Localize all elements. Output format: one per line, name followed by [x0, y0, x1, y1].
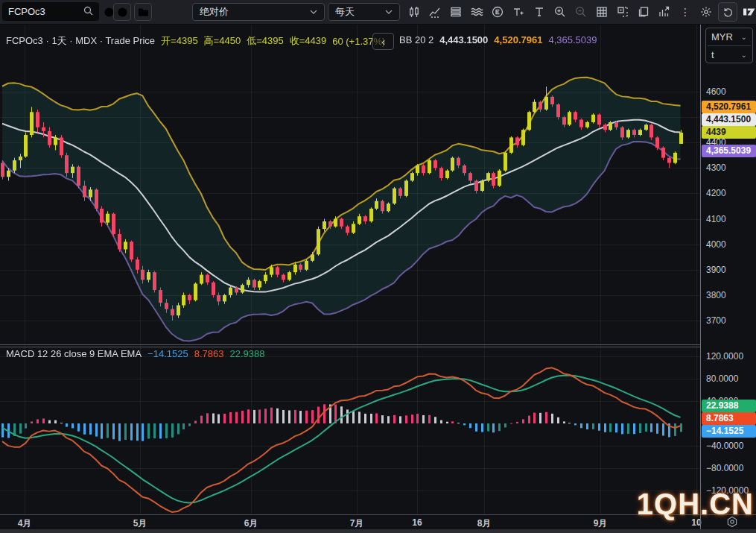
- macd-line-value: 8.7863: [194, 348, 224, 359]
- zoom-out-icon[interactable]: [571, 0, 591, 24]
- snapshot-icon[interactable]: [612, 0, 633, 24]
- copy-icon[interactable]: [633, 0, 654, 24]
- bb-basis-value: 4,443.1500: [439, 34, 488, 45]
- time-axis[interactable]: 4月5月6月7月168月9月10: [0, 514, 756, 529]
- time-tick: 6月: [244, 517, 258, 530]
- settings-icon[interactable]: [696, 0, 717, 24]
- search-icon: [83, 6, 93, 18]
- interval-value: 每天: [335, 5, 355, 19]
- interval-dropdown[interactable]: 每天: [328, 3, 400, 21]
- chevron-down-icon: ⌄: [741, 51, 747, 59]
- price-tick: 4100: [706, 213, 726, 225]
- layers-icon[interactable]: [445, 0, 466, 24]
- time-tick: 9月: [594, 517, 608, 530]
- bar-chart-icon[interactable]: [654, 0, 675, 24]
- macd-tick: 120.0000: [706, 350, 743, 362]
- price-tick: 3800: [706, 289, 726, 301]
- price-tick: 4000: [706, 239, 726, 250]
- legend-low: 低=4395: [247, 34, 284, 48]
- bottom-strip: [0, 529, 756, 533]
- price-tick: 4300: [706, 162, 726, 174]
- bb-upper-label: 4,520.7961: [702, 101, 756, 113]
- top-toolbar: FCPOc3 绝对价 每天: [0, 0, 756, 25]
- histogram-label: −14.1525: [702, 425, 756, 438]
- axis-border: [700, 514, 701, 529]
- price-axis[interactable]: MYR ⌄ t ⌄ 460045004400430042004100400039…: [700, 24, 756, 514]
- unit-dropdown[interactable]: t ⌄: [706, 46, 752, 63]
- currency-unit-selector: MYR ⌄ t ⌄: [705, 28, 753, 63]
- bb-legend-title[interactable]: BB 20 2: [399, 34, 433, 45]
- legend-symbol-title[interactable]: FCPOc3 · 1天 · MDX · Trade Price: [6, 34, 155, 48]
- toolbar-icon-row: ⋮: [404, 0, 756, 24]
- legend-open: 开=4395: [161, 34, 198, 48]
- bb-upper-value: 4,520.7961: [494, 34, 542, 45]
- legend-close: 收=4439: [290, 34, 327, 48]
- price-tick: 3900: [706, 264, 726, 276]
- text-tool-icon[interactable]: [529, 0, 550, 24]
- symbol-search[interactable]: FCPOc3: [2, 2, 99, 21]
- time-tick: 5月: [133, 517, 147, 530]
- macd-tick: −80.0000: [706, 462, 743, 474]
- legend-high: 高=4450: [204, 34, 241, 48]
- chart-line-icon[interactable]: [425, 0, 445, 24]
- macd-signal-value: 22.9388: [229, 348, 264, 359]
- more-options-icon[interactable]: ⋮: [675, 0, 696, 24]
- chevron-down-icon: ⌄: [741, 33, 747, 41]
- price-mode-value: 绝对价: [200, 5, 229, 19]
- signal-label: 22.9388: [702, 400, 756, 412]
- circled-e-icon[interactable]: [487, 0, 508, 24]
- zoom-in-icon[interactable]: [550, 0, 571, 24]
- currency-value: MYR: [711, 31, 733, 42]
- macd-hist-value: −14.1525: [147, 348, 188, 359]
- price-mode-dropdown[interactable]: 绝对价: [192, 3, 325, 21]
- macd-tick: 80.0000: [706, 373, 738, 385]
- trading-app: FCPOc3 绝对价 每天: [0, 0, 756, 533]
- last-price-label: 4439: [702, 126, 756, 139]
- grid-icon[interactable]: [591, 0, 612, 24]
- add-symbol-button[interactable]: [113, 3, 131, 21]
- measure-icon[interactable]: [508, 0, 529, 24]
- unit-value: t: [711, 49, 714, 60]
- candlestick-style-icon[interactable]: [404, 0, 425, 24]
- time-tick: 8月: [477, 517, 492, 530]
- price-tick: 4600: [706, 86, 726, 98]
- macd-tick: −40.0000: [706, 440, 743, 452]
- time-tick: 4月: [18, 517, 32, 530]
- undo-icon[interactable]: [718, 2, 737, 22]
- bb-legend: BB 20 2 4,443.1500 4,520.7961 4,365.5039: [399, 34, 597, 45]
- legend-collapse-button[interactable]: ‹: [372, 33, 394, 50]
- bb-lower-label: 4,365.5039: [702, 145, 756, 157]
- main-legend: FCPOc3 · 1天 · MDX · Trade Price 开=4395 高…: [6, 34, 385, 48]
- macd-legend-title[interactable]: MACD 12 26 close 9 EMA EMA: [6, 348, 142, 359]
- price-tick: 4200: [706, 187, 726, 199]
- time-tick: 16: [412, 517, 422, 528]
- symbol-search-value: FCPOc3: [8, 6, 45, 17]
- price-tick: 3700: [706, 315, 726, 327]
- tradingview-logo[interactable]: [739, 0, 756, 24]
- macd-label: 8.7863: [702, 412, 756, 425]
- waves-icon[interactable]: [466, 0, 487, 24]
- macd-legend: MACD 12 26 close 9 EMA EMA −14.1525 8.78…: [6, 348, 264, 359]
- folder-icon[interactable]: [134, 3, 152, 21]
- time-tick: 7月: [350, 517, 364, 530]
- bb-lower-value: 4,365.5039: [548, 34, 597, 45]
- macd-tick: −120.0000: [706, 485, 749, 496]
- timezone-settings-icon[interactable]: [726, 516, 738, 531]
- bb-basis-label: 4,443.1500: [702, 113, 756, 126]
- chart-canvas[interactable]: [0, 24, 700, 514]
- currency-dropdown[interactable]: MYR ⌄: [706, 28, 752, 45]
